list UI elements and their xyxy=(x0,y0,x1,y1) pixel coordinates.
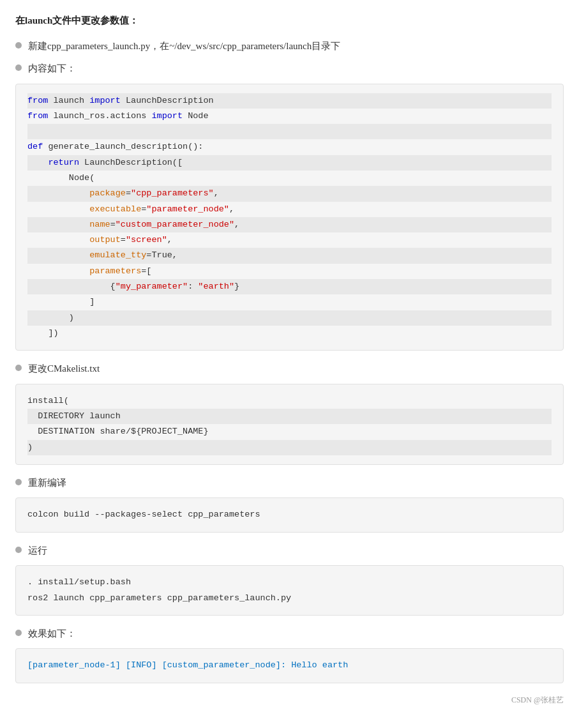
bullet-text-3: 更改CMakelist.txt xyxy=(28,361,100,377)
bullet-dot-4 xyxy=(15,479,22,485)
bullet-item-6: 效果如下： xyxy=(15,626,564,642)
code-line: ) xyxy=(27,310,552,326)
footer: CSDN @张桂艺 xyxy=(15,694,564,706)
code-line: ) xyxy=(27,440,552,455)
bullet-dot-1 xyxy=(15,42,22,49)
code-line: package="cpp_parameters", xyxy=(27,186,552,201)
code-line: {"my_parameter": "earth"} xyxy=(27,279,552,294)
bullet-dot-6 xyxy=(15,630,22,636)
code-line: executable="parameter_node", xyxy=(27,202,552,217)
code-block-1: from launch import LaunchDescriptionfrom… xyxy=(15,84,564,351)
code-line: colcon build --packages-select cpp_param… xyxy=(27,507,552,522)
bullet-text-4: 重新编译 xyxy=(28,475,66,492)
code-line: from launch import LaunchDescription xyxy=(27,93,552,109)
result-block: [parameter_node-1] [INFO] [custom_parame… xyxy=(15,648,564,683)
code-line: return LaunchDescription([ xyxy=(27,155,552,171)
result-line: [parameter_node-1] [INFO] [custom_parame… xyxy=(27,660,348,670)
bullet-dot-2 xyxy=(15,64,22,71)
code-line: name="custom_parameter_node", xyxy=(27,217,552,232)
bullet-text-5: 运行 xyxy=(28,543,47,559)
code-line: output="screen", xyxy=(27,232,552,248)
code-line: Node( xyxy=(27,171,552,186)
code-line: ros2 launch cpp_parameters cpp_parameter… xyxy=(27,591,552,606)
code-line: DIRECTORY launch xyxy=(27,409,552,424)
code-line: emulate_tty=True, xyxy=(27,248,552,263)
main-title: 在launch文件中更改参数值： xyxy=(15,13,564,29)
code-line xyxy=(27,124,552,139)
code-line: def generate_launch_description(): xyxy=(27,139,552,155)
code-line: install( xyxy=(27,393,552,409)
bullet-text-2: 内容如下： xyxy=(28,61,76,77)
bullet-text-6: 效果如下： xyxy=(28,626,76,642)
code-line: from launch_ros.actions import Node xyxy=(27,109,552,124)
bullet-dot-5 xyxy=(15,547,22,553)
code-line: ]) xyxy=(27,326,552,341)
code-block-2: install( DIRECTORY launch DESTINATION sh… xyxy=(15,384,564,465)
bullet-item-1: 新建cpp_parameters_launch.py，在~/dev_ws/src… xyxy=(15,38,564,55)
code-line: ] xyxy=(27,294,552,310)
code-line: . install/setup.bash xyxy=(27,575,552,590)
code-line: parameters=[ xyxy=(27,264,552,279)
code-line: DESTINATION share/${PROJECT_NAME} xyxy=(27,424,552,439)
bullet-dot-3 xyxy=(15,365,22,371)
bullet-item-3: 更改CMakelist.txt xyxy=(15,361,564,377)
bullet-item-2: 内容如下： xyxy=(15,61,564,77)
code-block-4: . install/setup.bashros2 launch cpp_para… xyxy=(15,565,564,616)
code-block-3: colcon build --packages-select cpp_param… xyxy=(15,497,564,532)
bullet-item-5: 运行 xyxy=(15,543,564,559)
bullet-text-1: 新建cpp_parameters_launch.py，在~/dev_ws/src… xyxy=(28,38,340,55)
bullet-item-4: 重新编译 xyxy=(15,475,564,492)
